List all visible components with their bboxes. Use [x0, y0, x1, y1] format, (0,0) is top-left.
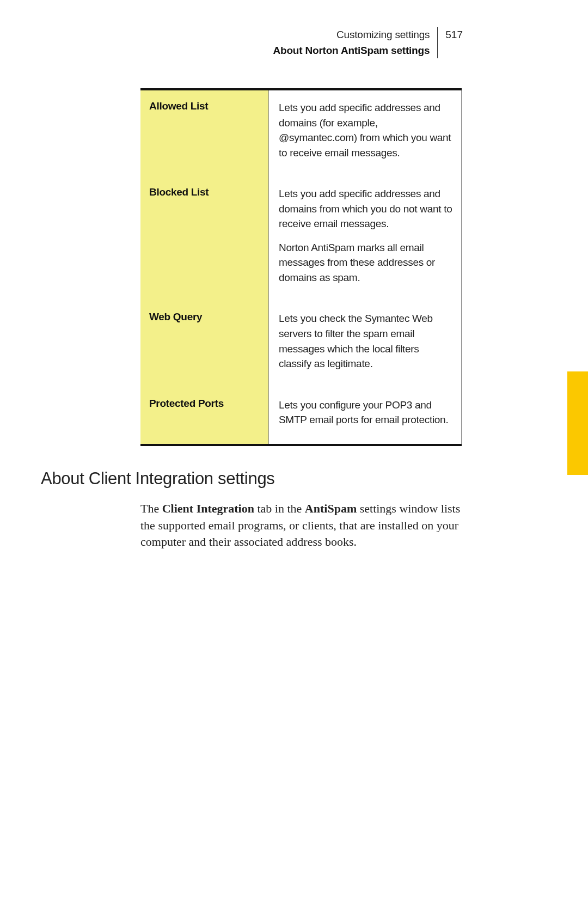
body-paragraph: The Client Integration tab in the AntiSp… — [140, 501, 462, 551]
header-text-block: Customizing settings About Norton AntiSp… — [273, 27, 438, 58]
table-row: Blocked List Lets you add specific addre… — [140, 176, 462, 301]
header-top-row: Customizing settings About Norton AntiSp… — [0, 27, 463, 58]
body-text: The — [140, 502, 162, 515]
body-bold: AntiSpam — [305, 502, 357, 515]
table-row: Web Query Lets you check the Symantec We… — [140, 301, 462, 387]
page-header: Customizing settings About Norton AntiSp… — [0, 0, 588, 58]
table-row: Protected Ports Lets you configure your … — [140, 388, 462, 444]
table-row: Allowed List Lets you add specific addre… — [140, 90, 462, 176]
body-text: tab in the — [254, 502, 305, 515]
page-number: 517 — [438, 27, 463, 58]
row-desc-protected-ports: Lets you configure your POP3 and SMTP em… — [268, 388, 461, 444]
row-desc-paragraph: Lets you add specific addresses and doma… — [279, 186, 452, 231]
row-label-protected-ports: Protected Ports — [140, 388, 268, 444]
row-label-blocked-list: Blocked List — [140, 176, 268, 301]
body-bold: Client Integration — [162, 502, 254, 515]
row-desc-paragraph: Lets you configure your POP3 and SMTP em… — [279, 398, 452, 428]
row-desc-web-query: Lets you check the Symantec Web servers … — [268, 301, 461, 387]
settings-table: Allowed List Lets you add specific addre… — [140, 88, 462, 446]
section-heading: About Client Integration settings — [41, 469, 588, 489]
row-desc-paragraph: Lets you add specific addresses and doma… — [279, 100, 452, 160]
row-desc-allowed-list: Lets you add specific addresses and doma… — [268, 90, 461, 176]
row-label-web-query: Web Query — [140, 301, 268, 387]
header-section: About Norton AntiSpam settings — [273, 43, 430, 59]
row-label-allowed-list: Allowed List — [140, 90, 268, 176]
header-chapter: Customizing settings — [273, 27, 430, 43]
row-desc-paragraph: Norton AntiSpam marks all email messages… — [279, 240, 452, 285]
row-desc-blocked-list: Lets you add specific addresses and doma… — [268, 176, 461, 301]
side-tab-marker — [567, 371, 588, 475]
row-desc-paragraph: Lets you check the Symantec Web servers … — [279, 311, 452, 371]
